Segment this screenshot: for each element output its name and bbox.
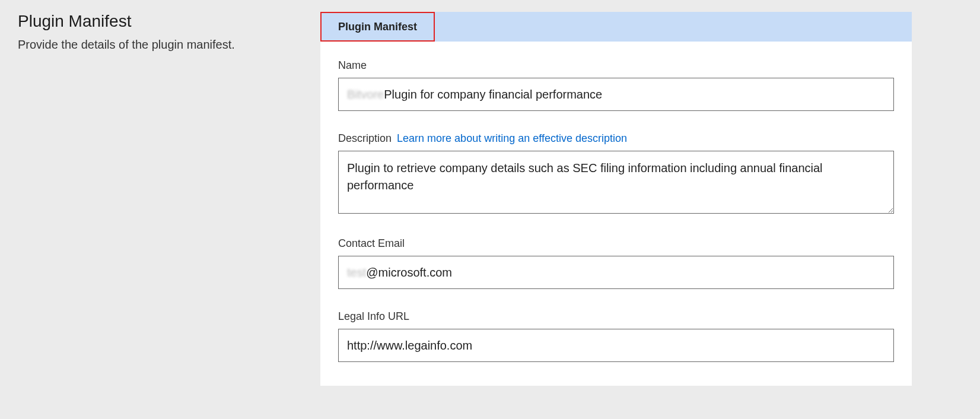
description-label-text: Description — [338, 132, 392, 144]
name-value: Plugin for company financial performance — [384, 88, 602, 101]
contact-email-label: Contact Email — [338, 237, 894, 250]
main-panel: Plugin Manifest Name Bitvore Plugin for … — [320, 0, 980, 419]
description-learn-more-link[interactable]: Learn more about writing an effective de… — [397, 132, 627, 144]
description-label: Description Learn more about writing an … — [338, 132, 894, 145]
description-textarea[interactable] — [338, 151, 894, 214]
form-group-contact-email: Contact Email test @microsoft.com — [338, 237, 894, 289]
name-input[interactable]: Bitvore Plugin for company financial per… — [338, 78, 894, 111]
legal-url-label: Legal Info URL — [338, 310, 894, 323]
form-group-legal-url: Legal Info URL — [338, 310, 894, 362]
sidebar: Plugin Manifest Provide the details of t… — [0, 0, 320, 419]
contact-email-value: @microsoft.com — [366, 266, 452, 280]
form-group-description: Description Learn more about writing an … — [338, 132, 894, 216]
page-title: Plugin Manifest — [18, 12, 303, 31]
page-description: Provide the details of the plugin manife… — [18, 36, 303, 53]
legal-url-input[interactable] — [338, 329, 894, 362]
tab-bar: Plugin Manifest — [320, 12, 912, 42]
contact-email-input[interactable]: test @microsoft.com — [338, 256, 894, 289]
name-label: Name — [338, 59, 894, 72]
contact-email-blurred-prefix: test — [347, 266, 366, 280]
name-blurred-prefix: Bitvore — [347, 88, 384, 101]
form-group-name: Name Bitvore Plugin for company financia… — [338, 59, 894, 111]
form-panel: Name Bitvore Plugin for company financia… — [320, 42, 912, 386]
tab-plugin-manifest[interactable]: Plugin Manifest — [320, 12, 435, 42]
